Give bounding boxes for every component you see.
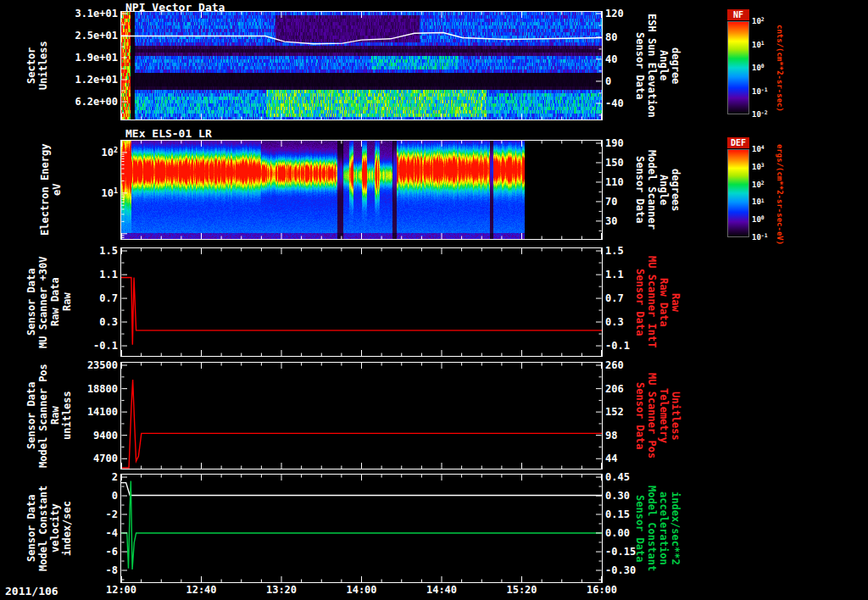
model-constant-right-axis-label: Sensor Data Model Constant acceleration … [634,475,682,582]
time-tick-label: 14:40 [408,585,476,595]
date-label: 2011/106 [5,585,58,597]
colorbar-def-tick-label: 104 [752,145,765,154]
colorbar-nf-title: NF [727,9,749,20]
time-tick-label: 15:20 [488,585,556,595]
els-y-axis-label: Electron Energy eV [39,141,63,239]
time-tick-label: 12:40 [168,585,236,595]
model-scanner-pos-y-axis-label: Sensor Data Model Scanner Pos Raw unitle… [25,363,73,469]
time-tick-label: 14:00 [328,585,396,595]
model-scanner-pos-plot-canvas [121,363,602,469]
colorbar-nf-tick-label: 10-2 [752,110,767,119]
mu-scanner-30v-right-axis-label: Sensor Data MU Scanner IntT Raw Data Raw [634,248,682,356]
model-scanner-pos-right-axis-label: Sensor Data MU Scanner Pos Telemetry Uni… [634,363,682,469]
colorbar-nf-tick-label: 10-1 [752,86,767,96]
npi-left-tick-label: 1.9e+01 [47,53,118,63]
colorbar-def-tick-label: 101 [752,197,765,207]
model-constant-y-axis-label: Sensor Data Model Constant velocity inde… [25,475,73,582]
els-right-axis-label: Sensor Data Model Scanner Angle degrees [634,141,682,239]
colorbar-def-tick-label: 100 [752,215,765,225]
colorbar-def-title: DEF [727,137,749,148]
npi-left-tick-label: 3.1e+01 [47,8,118,19]
npi-panel [120,11,603,120]
npi-y-axis-label: Sector Unitless [25,12,49,119]
els-panel [120,140,603,240]
mu-scanner-30v-y-axis-label: Sensor Data MU Scanner +30V Raw Data Raw [25,248,73,356]
plot-screen: NPI Vector Data MEx ELS-01 LR 2011/106 N… [0,0,868,600]
colorbar-def-unit-label: ergs/(cm**2-sr-sec-eV) [775,136,787,254]
npi-left-tick-label: 1.2e+01 [47,75,118,85]
time-tick-label: 12:00 [87,585,155,595]
time-tick-label: 16:00 [568,585,636,595]
colorbar-nf-tick-label: 100 [752,64,765,73]
model-constant-plot-canvas [121,475,602,582]
els-plot-canvas [121,141,602,239]
colorbar-def-gradient [727,149,749,237]
mu-scanner-30v-plot-canvas [121,248,602,356]
time-tick-label: 13:20 [248,585,315,595]
colorbar-def-tick-label: 103 [752,162,765,171]
colorbar-nf-tick-label: 102 [752,17,765,26]
npi-plot-canvas [121,12,602,119]
colorbar-nf-unit-label: cnts/(cm**2-sr-sec) [775,8,787,127]
els-panel-title: MEx ELS-01 LR [125,127,212,140]
colorbar-def-tick-label: 102 [752,180,765,189]
mu-scanner-30v-panel [120,247,603,357]
colorbar-nf-tick-label: 101 [752,40,765,49]
npi-left-tick-label: 6.2e+00 [47,97,118,107]
colorbar-nf-gradient [727,21,749,114]
npi-right-axis-label: Sensor Data ESH Sun Elevation Angle degr… [634,12,682,119]
npi-left-tick-label: 2.5e+01 [47,31,118,41]
model-scanner-pos-panel [120,362,603,469]
model-constant-panel [120,474,603,583]
colorbar-def-tick-label: 10-1 [752,233,767,242]
